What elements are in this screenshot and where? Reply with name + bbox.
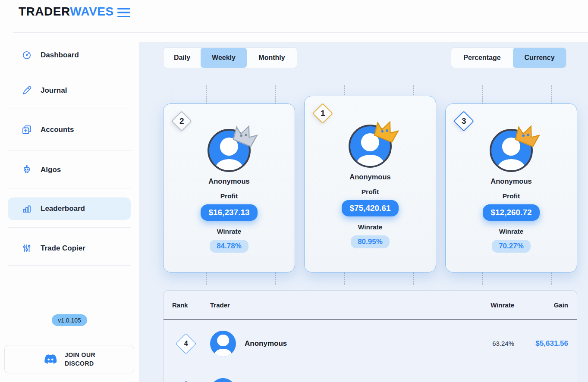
sidebar-divider — [8, 109, 131, 109]
sidebar-item-leaderboard[interactable]: Leaderboard — [8, 197, 131, 220]
gauge-icon — [22, 50, 32, 60]
sliders-icon — [22, 243, 32, 254]
profit-label: Profit — [362, 188, 379, 196]
sidebar-item-label: Journal — [41, 86, 67, 95]
sidebar-divider — [8, 227, 131, 228]
sidebar-item-label: Accounts — [41, 125, 74, 134]
sidebar-item-trade-copier[interactable]: Trade Copier — [8, 238, 131, 259]
brand-logo: TRADERWAVES — [19, 5, 114, 19]
sidebar-item-journal[interactable]: Journal — [8, 80, 131, 101]
profit-label: Profit — [220, 192, 238, 200]
accounts-copy-plus-icon — [22, 125, 32, 135]
tab-daily[interactable]: Daily — [164, 48, 201, 68]
rank-diamond-badge — [176, 380, 196, 382]
trader-avatar — [349, 125, 392, 168]
trader-name: Anonymous — [245, 339, 467, 348]
trader-name: Anonymous — [491, 177, 531, 185]
table-row[interactable]: 4 Anonymous 63.24% $5,631.56 — [164, 320, 577, 367]
profit-value-pill: $12,260.72 — [483, 204, 539, 221]
rank-diamond-badge: 3 — [453, 111, 474, 132]
trader-avatar — [208, 129, 251, 172]
hamburger-menu-icon[interactable] — [117, 8, 130, 17]
rank-diamond-badge: 4 — [176, 333, 196, 354]
sidebar: Dashboard Journal Accounts — [0, 42, 139, 382]
display-tab-group: Percentage Currency — [451, 47, 566, 68]
podium-card-rank-1[interactable]: 1 Anonymous Profit $75,420.61 Winrate 80… — [304, 96, 436, 272]
version-badge: v1.0.105 — [52, 314, 87, 326]
sidebar-item-accounts[interactable]: Accounts — [8, 119, 131, 141]
sidebar-item-algos[interactable]: Algos — [8, 159, 131, 181]
brand-accent: WAVES — [70, 5, 114, 18]
winrate-value: 63.24% — [467, 340, 514, 347]
period-tab-group: Daily Weekly Monthly — [163, 47, 297, 68]
tab-monthly[interactable]: Monthly — [247, 48, 297, 68]
pencil-icon — [22, 85, 32, 96]
sidebar-divider — [8, 150, 131, 150]
leaderboard-main: Daily Weekly Monthly Percentage Currency… — [139, 42, 588, 382]
trader-name: Anonymous — [208, 177, 249, 185]
profit-label: Profit — [503, 192, 520, 200]
top-header: TRADERWAVES — [0, 0, 588, 42]
winrate-value-pill: 84.78% — [210, 240, 248, 253]
sidebar-item-label: Trade Copier — [41, 244, 85, 253]
sidebar-divider — [8, 188, 131, 188]
robot-icon — [22, 165, 32, 175]
tab-percentage[interactable]: Percentage — [451, 48, 513, 68]
podium-card-rank-3[interactable]: 3 Anonymous Profit $12,260.72 Winrate 70… — [445, 103, 577, 272]
podium-card-rank-2[interactable]: 2 Anonymous Profit $16,237.13 Winrate 84… — [163, 103, 295, 272]
trader-avatar — [490, 129, 533, 172]
column-header-winrate: Winrate — [467, 301, 514, 309]
header-divider — [13, 32, 588, 33]
column-header-trader: Trader — [210, 301, 467, 309]
discord-button-label: JOIN OUR DISCORD — [65, 351, 95, 368]
winrate-value-pill: 70.27% — [492, 240, 531, 253]
join-discord-button[interactable]: JOIN OUR DISCORD — [4, 345, 134, 373]
gain-value: $5,631.56 — [514, 339, 568, 348]
profit-value-pill: $75,420.61 — [342, 200, 398, 216]
trader-name: Anonymous — [349, 173, 390, 181]
trader-avatar — [210, 331, 236, 357]
winrate-label: Winrate — [499, 228, 524, 235]
discord-icon — [43, 353, 58, 365]
sidebar-item-dashboard[interactable]: Dashboard — [8, 44, 131, 66]
rank-diamond-badge: 2 — [171, 111, 192, 132]
column-header-gain: Gain — [514, 301, 568, 309]
sidebar-item-label: Algos — [41, 166, 61, 174]
sidebar-item-label: Leaderboard — [41, 204, 85, 213]
winrate-label: Winrate — [358, 223, 383, 231]
leaderboard-table: Rank Trader Winrate Gain 4 Anonymous 63.… — [163, 290, 577, 382]
rank-diamond-badge: 1 — [312, 103, 333, 124]
trader-avatar — [210, 378, 236, 382]
tab-currency[interactable]: Currency — [513, 48, 566, 68]
winrate-value-pill: 80.95% — [351, 235, 390, 248]
sidebar-divider — [8, 265, 131, 266]
tab-weekly[interactable]: Weekly — [201, 48, 247, 68]
column-header-rank: Rank — [172, 301, 200, 309]
table-header-row: Rank Trader Winrate Gain — [164, 291, 577, 320]
traderwaves-app: TRADERWAVES Dashboard Journal Accounts — [0, 0, 588, 382]
brand-primary: TRADER — [19, 5, 70, 18]
sidebar-item-label: Dashboard — [41, 51, 79, 59]
table-row[interactable] — [164, 367, 577, 382]
winrate-label: Winrate — [217, 228, 242, 235]
bar-chart-icon — [22, 204, 32, 214]
profit-value-pill: $16,237.13 — [201, 204, 257, 221]
